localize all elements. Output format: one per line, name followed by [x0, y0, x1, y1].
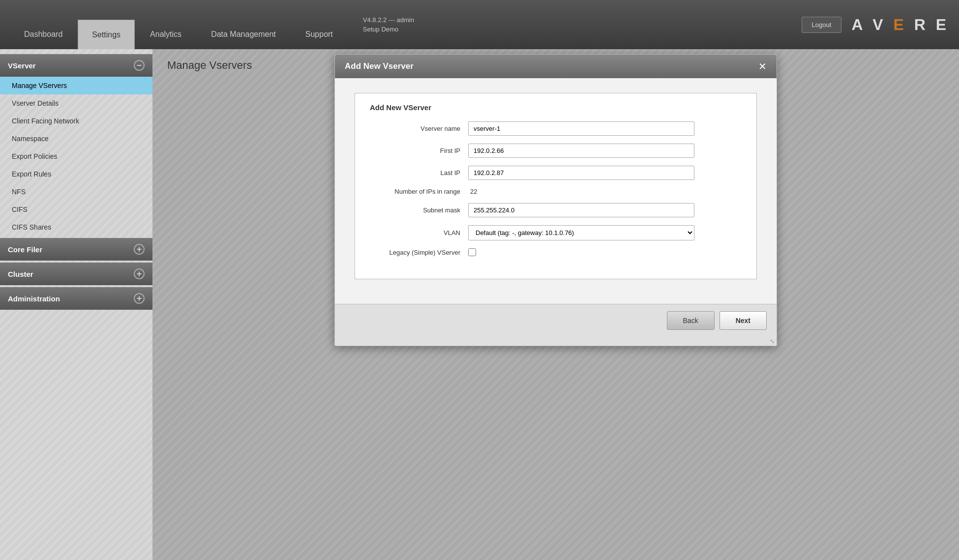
next-button[interactable]: Next [719, 311, 767, 330]
add-vserver-modal: Add New Vserver ✕ Add New VServer Vserve… [334, 54, 777, 346]
subnet-mask-input[interactable] [468, 203, 694, 217]
first-ip-label: First IP [370, 147, 468, 154]
resize-handle[interactable]: ⤡ [335, 337, 777, 346]
tab-dashboard[interactable]: Dashboard [10, 20, 77, 49]
sidebar-item-vserver-details[interactable]: Vserver Details [0, 94, 152, 112]
topbar-right: Logout A V E R E [802, 16, 949, 34]
sidebar-item-nfs[interactable]: NFS [0, 183, 152, 201]
sidebar-item-client-facing-network[interactable]: Client Facing Network [0, 112, 152, 130]
tab-support[interactable]: Support [291, 20, 347, 49]
form-row-vserver-name: Vserver name [370, 121, 742, 136]
sidebar-section-vserver: VServer − Manage VServers Vserver Detail… [0, 54, 152, 236]
sidebar-item-namespace[interactable]: Namespace [0, 130, 152, 147]
form-row-last-ip: Last IP [370, 166, 742, 180]
vserver-name-label: Vserver name [370, 125, 468, 132]
logout-button[interactable]: Logout [802, 17, 842, 33]
cluster-section-header[interactable]: Cluster + [0, 263, 152, 285]
vlan-select[interactable]: Default (tag: -, gateway: 10.1.0.76) [468, 225, 694, 240]
last-ip-label: Last IP [370, 169, 468, 177]
administration-section-label: Administration [8, 295, 60, 303]
num-ips-value: 22 [468, 188, 477, 195]
form-section-title: Add New VServer [370, 103, 742, 112]
core-filer-section-header[interactable]: Core Filer + [0, 238, 152, 261]
num-ips-label: Number of IPs in range [370, 188, 468, 195]
subnet-mask-label: Subnet mask [370, 206, 468, 214]
sidebar: VServer − Manage VServers Vserver Detail… [0, 49, 152, 560]
modal-overlay: Add New Vserver ✕ Add New VServer Vserve… [152, 49, 959, 560]
sidebar-item-export-policies[interactable]: Export Policies [0, 147, 152, 165]
form-row-num-ips: Number of IPs in range 22 [370, 188, 742, 195]
version-info: V4.8.2.2 --- admin Setup Demo [363, 15, 414, 34]
sidebar-item-cifs[interactable]: CIFS [0, 201, 152, 218]
last-ip-input[interactable] [468, 166, 694, 180]
main-layout: VServer − Manage VServers Vserver Detail… [0, 49, 959, 560]
cluster-section-label: Cluster [8, 270, 33, 278]
first-ip-input[interactable] [468, 144, 694, 158]
core-filer-section-label: Core Filer [8, 245, 42, 254]
core-filer-expand-icon: + [134, 244, 145, 255]
legacy-vserver-checkbox[interactable] [468, 248, 476, 256]
modal-close-button[interactable]: ✕ [758, 61, 767, 71]
vlan-label: VLAN [370, 229, 468, 236]
administration-expand-icon: + [134, 293, 145, 304]
modal-body: Add New VServer Vserver name First IP [335, 78, 777, 304]
form-row-legacy-vserver: Legacy (Simple) VServer [370, 248, 742, 256]
legacy-vserver-label: Legacy (Simple) VServer [370, 249, 468, 256]
vserver-collapse-icon: − [134, 60, 145, 71]
modal-footer: Back Next [335, 304, 777, 337]
sidebar-item-cifs-shares[interactable]: CIFS Shares [0, 218, 152, 236]
modal-title: Add New Vserver [345, 61, 414, 71]
vserver-name-input[interactable] [468, 121, 694, 136]
form-row-subnet-mask: Subnet mask [370, 203, 742, 217]
sidebar-section-cluster: Cluster + [0, 263, 152, 285]
cluster-expand-icon: + [134, 268, 145, 279]
back-button[interactable]: Back [667, 311, 715, 330]
vserver-section-label: VServer [8, 61, 36, 70]
vserver-section-header[interactable]: VServer − [0, 54, 152, 77]
form-row-first-ip: First IP [370, 144, 742, 158]
form-section: Add New VServer Vserver name First IP [355, 93, 757, 279]
topbar: Dashboard Settings Analytics Data Manage… [0, 0, 959, 49]
modal-header: Add New Vserver ✕ [335, 55, 777, 78]
sidebar-section-core-filer: Core Filer + [0, 238, 152, 261]
administration-section-header[interactable]: Administration + [0, 287, 152, 310]
avere-logo: A V E R E [851, 16, 949, 34]
nav-tabs: Dashboard Settings Analytics Data Manage… [10, 0, 348, 49]
content-area: Manage Vservers Add New Vserver ✕ Add Ne… [152, 49, 959, 560]
sidebar-item-export-rules[interactable]: Export Rules [0, 165, 152, 183]
tab-data-management[interactable]: Data Management [197, 20, 290, 49]
tab-analytics[interactable]: Analytics [136, 20, 196, 49]
sidebar-item-manage-vservers[interactable]: Manage VServers [0, 77, 152, 94]
form-row-vlan: VLAN Default (tag: -, gateway: 10.1.0.76… [370, 225, 742, 240]
tab-settings[interactable]: Settings [78, 20, 135, 49]
sidebar-section-administration: Administration + [0, 287, 152, 310]
